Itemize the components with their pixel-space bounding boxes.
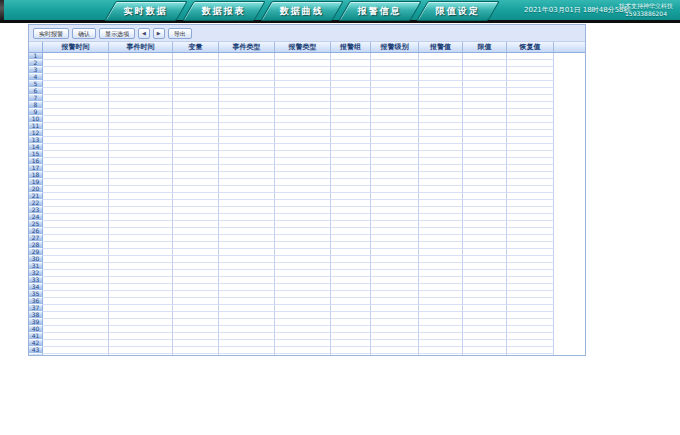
table-row[interactable]: 12: [29, 130, 585, 137]
table-row[interactable]: 3: [29, 67, 585, 74]
row-number-cell[interactable]: 7: [29, 95, 43, 102]
table-row[interactable]: 37: [29, 305, 585, 312]
table-row[interactable]: 44: [29, 354, 585, 356]
row-number-cell[interactable]: 2: [29, 60, 43, 67]
table-row[interactable]: 2: [29, 60, 585, 67]
table-row[interactable]: 22: [29, 200, 585, 207]
table-row[interactable]: 42: [29, 340, 585, 347]
row-number-cell[interactable]: 12: [29, 130, 43, 137]
row-number-cell[interactable]: 16: [29, 158, 43, 165]
table-row[interactable]: 15: [29, 151, 585, 158]
table-row[interactable]: 23: [29, 207, 585, 214]
row-number-cell[interactable]: 20: [29, 186, 43, 193]
table-row[interactable]: 11: [29, 123, 585, 130]
row-number-cell[interactable]: 36: [29, 298, 43, 305]
row-number-cell[interactable]: 22: [29, 200, 43, 207]
row-number-cell[interactable]: 38: [29, 312, 43, 319]
table-row[interactable]: 13: [29, 137, 585, 144]
table-row[interactable]: 30: [29, 256, 585, 263]
table-row[interactable]: 19: [29, 179, 585, 186]
row-number-cell[interactable]: 30: [29, 256, 43, 263]
table-row[interactable]: 25: [29, 221, 585, 228]
row-number-cell[interactable]: 32: [29, 270, 43, 277]
row-number-cell[interactable]: 5: [29, 81, 43, 88]
table-row[interactable]: 7: [29, 95, 585, 102]
table-row[interactable]: 33: [29, 277, 585, 284]
table-row[interactable]: 4: [29, 74, 585, 81]
row-number-cell[interactable]: 31: [29, 263, 43, 270]
row-number-cell[interactable]: 37: [29, 305, 43, 312]
table-row[interactable]: 6: [29, 88, 585, 95]
table-row[interactable]: 18: [29, 172, 585, 179]
table-row[interactable]: 16: [29, 158, 585, 165]
row-number-cell[interactable]: 9: [29, 109, 43, 116]
row-number-cell[interactable]: 1: [29, 53, 43, 60]
row-number-cell[interactable]: 6: [29, 88, 43, 95]
row-number-cell[interactable]: 23: [29, 207, 43, 214]
toolbar-button-2[interactable]: 显示选项: [99, 28, 135, 39]
table-row[interactable]: 39: [29, 319, 585, 326]
table-row[interactable]: 21: [29, 193, 585, 200]
table-row[interactable]: 31: [29, 263, 585, 270]
table-row[interactable]: 40: [29, 326, 585, 333]
table-row[interactable]: 43: [29, 347, 585, 354]
table-row[interactable]: 27: [29, 235, 585, 242]
tab-0[interactable]: 实时数据: [104, 1, 188, 21]
table-row[interactable]: 1: [29, 53, 585, 60]
table-row[interactable]: 28: [29, 242, 585, 249]
row-number-cell[interactable]: 18: [29, 172, 43, 179]
row-number-cell[interactable]: 40: [29, 326, 43, 333]
row-number-cell[interactable]: 13: [29, 137, 43, 144]
table-row[interactable]: 24: [29, 214, 585, 221]
row-number-cell[interactable]: 33: [29, 277, 43, 284]
toolbar-button-5[interactable]: 导出: [168, 28, 192, 39]
table-row[interactable]: 17: [29, 165, 585, 172]
row-number-cell[interactable]: 15: [29, 151, 43, 158]
row-number-cell[interactable]: 10: [29, 116, 43, 123]
row-number-cell[interactable]: 26: [29, 228, 43, 235]
tab-1[interactable]: 数据报表: [182, 1, 266, 21]
tab-4[interactable]: 限值设定: [416, 1, 500, 21]
tab-2[interactable]: 数据曲线: [260, 1, 344, 21]
table-row[interactable]: 8: [29, 102, 585, 109]
row-number-cell[interactable]: 8: [29, 102, 43, 109]
table-row[interactable]: 36: [29, 298, 585, 305]
row-number-cell[interactable]: 24: [29, 214, 43, 221]
table-row[interactable]: 26: [29, 228, 585, 235]
table-row[interactable]: 38: [29, 312, 585, 319]
table-row[interactable]: 9: [29, 109, 585, 116]
table-row[interactable]: 29: [29, 249, 585, 256]
table-row[interactable]: 35: [29, 291, 585, 298]
table-row[interactable]: 5: [29, 81, 585, 88]
row-number-cell[interactable]: 19: [29, 179, 43, 186]
nav-arrow-button[interactable]: ▶: [153, 28, 165, 39]
table-cell: [173, 137, 219, 144]
row-number-cell[interactable]: 14: [29, 144, 43, 151]
table-row[interactable]: 14: [29, 144, 585, 151]
row-number-cell[interactable]: 3: [29, 67, 43, 74]
toolbar-button-0[interactable]: 实时报警: [33, 28, 69, 39]
row-number-cell[interactable]: 25: [29, 221, 43, 228]
row-number-cell[interactable]: 28: [29, 242, 43, 249]
row-number-cell[interactable]: 11: [29, 123, 43, 130]
table-row[interactable]: 10: [29, 116, 585, 123]
row-number-cell[interactable]: 39: [29, 319, 43, 326]
table-row[interactable]: 41: [29, 333, 585, 340]
row-number-cell[interactable]: 42: [29, 340, 43, 347]
row-number-cell[interactable]: 29: [29, 249, 43, 256]
table-row[interactable]: 20: [29, 186, 585, 193]
row-number-cell[interactable]: 41: [29, 333, 43, 340]
row-number-cell[interactable]: 21: [29, 193, 43, 200]
row-number-cell[interactable]: 17: [29, 165, 43, 172]
row-number-cell[interactable]: 44: [29, 354, 43, 356]
row-number-cell[interactable]: 43: [29, 347, 43, 354]
table-row[interactable]: 34: [29, 284, 585, 291]
toolbar-button-1[interactable]: 确认: [72, 28, 96, 39]
row-number-cell[interactable]: 4: [29, 74, 43, 81]
tab-3[interactable]: 报警信息: [338, 1, 422, 21]
row-number-cell[interactable]: 34: [29, 284, 43, 291]
row-number-cell[interactable]: 27: [29, 235, 43, 242]
nav-arrow-button[interactable]: ◀: [138, 28, 150, 39]
row-number-cell[interactable]: 35: [29, 291, 43, 298]
table-row[interactable]: 32: [29, 270, 585, 277]
